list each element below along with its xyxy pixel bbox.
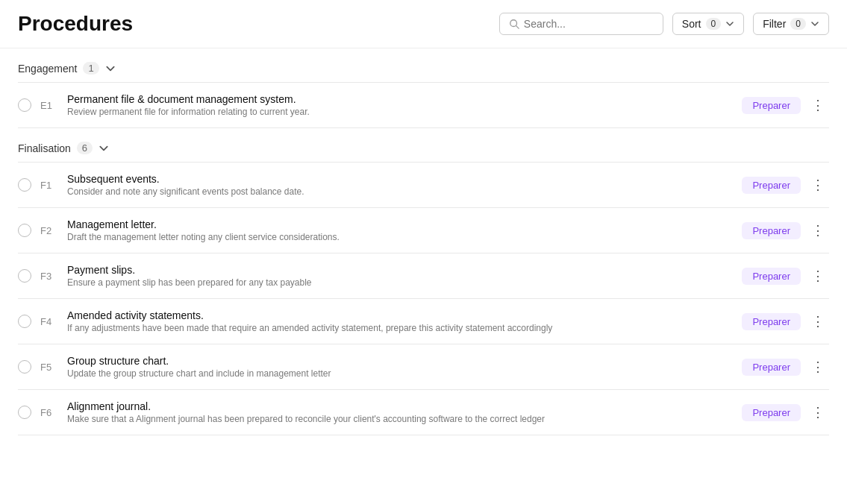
table-row: F5 Group structure chart. Update the gro… <box>18 344 829 390</box>
procedure-actions: Preparer ⋮ <box>742 403 829 422</box>
procedure-actions: Preparer ⋮ <box>742 175 829 195</box>
filter-label: Filter <box>763 18 786 30</box>
procedure-description: Update the group structure chart and inc… <box>67 368 733 379</box>
procedure-list-engagement: E1 Permanent file & document management … <box>18 82 829 128</box>
procedure-info: Payment slips. Ensure a payment slip has… <box>67 264 733 288</box>
procedure-checkbox[interactable] <box>18 360 31 374</box>
procedure-checkbox[interactable] <box>18 98 31 112</box>
content-area: Engagement 1 E1 Permanent file & documen… <box>0 48 847 435</box>
section-label: Engagement <box>18 63 77 75</box>
procedure-checkbox[interactable] <box>18 406 31 419</box>
chevron-down-icon <box>725 19 734 28</box>
procedure-description: Make sure that a Alignment journal has b… <box>67 414 733 424</box>
procedure-info: Alignment journal. Make sure that a Alig… <box>67 400 733 424</box>
preparer-badge: Preparer <box>742 97 801 114</box>
page-title: Procedures <box>18 12 490 36</box>
procedure-code: F5 <box>40 362 58 373</box>
procedure-code: F4 <box>40 316 58 327</box>
preparer-badge: Preparer <box>742 177 801 194</box>
section-count: 6 <box>77 142 93 154</box>
svg-line-1 <box>516 26 519 29</box>
section-chevron-icon <box>105 63 116 74</box>
procedure-actions: Preparer ⋮ <box>742 357 829 377</box>
procedure-description: Draft the management letter noting any c… <box>67 232 733 242</box>
preparer-badge: Preparer <box>742 268 801 285</box>
procedure-list-finalisation: F1 Subsequent events. Consider and note … <box>18 162 829 435</box>
search-icon <box>509 19 519 29</box>
more-options-button[interactable]: ⋮ <box>807 403 829 422</box>
table-row: F3 Payment slips. Ensure a payment slip … <box>18 253 829 299</box>
procedure-checkbox[interactable] <box>18 224 31 237</box>
procedure-title: Subsequent events. <box>67 173 733 185</box>
procedure-actions: Preparer ⋮ <box>742 266 829 286</box>
procedure-info: Amended activity statements. If any adju… <box>67 309 733 333</box>
section-engagement: Engagement 1 E1 Permanent file & documen… <box>18 48 829 128</box>
table-row: F4 Amended activity statements. If any a… <box>18 299 829 344</box>
procedure-code: F1 <box>40 180 58 191</box>
procedure-actions: Preparer ⋮ <box>742 221 829 240</box>
procedure-title: Alignment journal. <box>67 400 733 412</box>
sort-label: Sort <box>682 18 701 30</box>
procedure-actions: Preparer ⋮ <box>742 95 829 115</box>
procedure-title: Permanent file & document management sys… <box>67 93 733 105</box>
procedure-title: Amended activity statements. <box>67 309 733 321</box>
procedure-info: Group structure chart. Update the group … <box>67 355 733 379</box>
more-options-button[interactable]: ⋮ <box>807 221 829 240</box>
procedure-description: If any adjustments have been made that r… <box>67 323 733 333</box>
section-label: Finalisation <box>18 142 71 154</box>
table-row: F1 Subsequent events. Consider and note … <box>18 163 829 208</box>
table-row: F6 Alignment journal. Make sure that a A… <box>18 390 829 435</box>
filter-count: 0 <box>790 18 806 30</box>
procedure-info: Permanent file & document management sys… <box>67 93 733 117</box>
more-options-button[interactable]: ⋮ <box>807 175 829 195</box>
procedure-code: F2 <box>40 225 58 236</box>
procedure-checkbox[interactable] <box>18 269 31 283</box>
more-options-button[interactable]: ⋮ <box>807 357 829 377</box>
sort-count: 0 <box>706 18 722 30</box>
filter-button[interactable]: Filter 0 <box>753 13 829 35</box>
section-finalisation: Finalisation 6 F1 Subsequent events. Con… <box>18 128 829 435</box>
search-box <box>499 13 663 35</box>
section-count: 1 <box>83 62 99 75</box>
procedure-title: Payment slips. <box>67 264 733 276</box>
procedure-description: Review permanent file for information re… <box>67 107 733 117</box>
procedure-code: F6 <box>40 407 58 418</box>
more-options-button[interactable]: ⋮ <box>807 95 829 115</box>
section-chevron-icon <box>99 143 109 154</box>
procedure-description: Ensure a payment slip has been prepared … <box>67 277 733 288</box>
preparer-badge: Preparer <box>742 222 801 239</box>
search-input[interactable] <box>524 18 654 30</box>
procedure-title: Group structure chart. <box>67 355 733 367</box>
more-options-button[interactable]: ⋮ <box>807 266 829 286</box>
chevron-down-icon <box>810 19 819 28</box>
procedure-checkbox[interactable] <box>18 178 31 192</box>
table-row: F2 Management letter. Draft the manageme… <box>18 208 829 253</box>
procedure-info: Subsequent events. Consider and note any… <box>67 173 733 197</box>
procedure-info: Management letter. Draft the management … <box>67 218 733 242</box>
section-header-engagement[interactable]: Engagement 1 <box>18 48 829 82</box>
procedure-code: F3 <box>40 271 58 282</box>
procedure-title: Management letter. <box>67 218 733 230</box>
table-row: E1 Permanent file & document management … <box>18 83 829 128</box>
procedure-actions: Preparer ⋮ <box>742 312 829 331</box>
preparer-badge: Preparer <box>742 359 801 376</box>
more-options-button[interactable]: ⋮ <box>807 312 829 331</box>
preparer-badge: Preparer <box>742 313 801 330</box>
procedure-checkbox[interactable] <box>18 315 31 328</box>
preparer-badge: Preparer <box>742 404 801 421</box>
sort-button[interactable]: Sort 0 <box>672 13 744 35</box>
section-header-finalisation[interactable]: Finalisation 6 <box>18 128 829 162</box>
procedure-description: Consider and note any significant events… <box>67 186 733 197</box>
procedure-code: E1 <box>40 100 58 111</box>
